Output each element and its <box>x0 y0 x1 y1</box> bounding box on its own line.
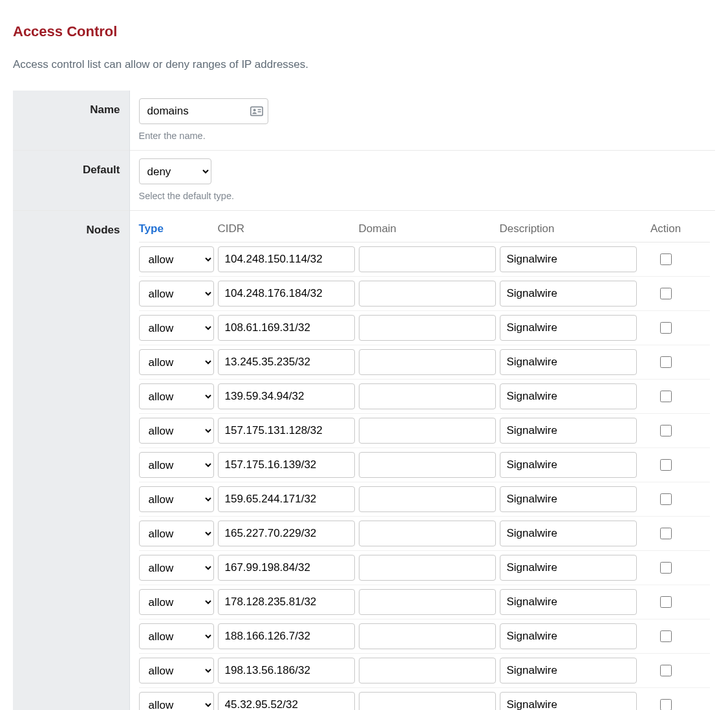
node-description-input[interactable] <box>500 383 637 409</box>
node-cidr-input[interactable] <box>218 418 355 444</box>
node-cidr-input[interactable] <box>218 658 355 683</box>
node-description-input[interactable] <box>500 555 637 581</box>
node-action-checkbox[interactable] <box>660 665 672 676</box>
node-domain-input[interactable] <box>359 452 496 478</box>
nodes-body: allowdenyallowdenyallowdenyallowdenyallo… <box>139 242 711 710</box>
node-type-select[interactable]: allowdeny <box>139 281 214 307</box>
node-cidr-input[interactable] <box>218 281 355 307</box>
node-action-checkbox[interactable] <box>660 425 672 436</box>
node-domain-input[interactable] <box>359 246 496 272</box>
node-cidr-input[interactable] <box>218 246 355 272</box>
node-cidr-input[interactable] <box>218 452 355 478</box>
node-domain-input[interactable] <box>359 486 496 512</box>
column-header-type[interactable]: Type <box>139 222 214 235</box>
form-table: Name Enter the name. Default denyal <box>13 91 715 710</box>
column-header-domain: Domain <box>359 222 496 235</box>
node-domain-input[interactable] <box>359 589 496 615</box>
nodes-label: Nodes <box>13 211 129 711</box>
name-helper-text: Enter the name. <box>139 131 711 141</box>
node-description-input[interactable] <box>500 315 637 341</box>
node-type-select[interactable]: allowdeny <box>139 589 214 615</box>
node-action-checkbox[interactable] <box>660 528 672 539</box>
node-type-select[interactable]: allowdeny <box>139 658 214 683</box>
node-description-input[interactable] <box>500 623 637 649</box>
node-domain-input[interactable] <box>359 658 496 683</box>
node-domain-input[interactable] <box>359 555 496 581</box>
node-type-select[interactable]: allowdeny <box>139 349 214 375</box>
node-cidr-input[interactable] <box>218 623 355 649</box>
node-cidr-input[interactable] <box>218 589 355 615</box>
node-action-checkbox[interactable] <box>660 459 672 471</box>
node-description-input[interactable] <box>500 281 637 307</box>
node-action-checkbox[interactable] <box>660 699 672 711</box>
node-action-checkbox[interactable] <box>660 322 672 334</box>
node-type-select[interactable]: allowdeny <box>139 521 214 546</box>
column-header-description: Description <box>500 222 637 235</box>
node-description-input[interactable] <box>500 692 637 710</box>
node-domain-input[interactable] <box>359 692 496 710</box>
node-description-input[interactable] <box>500 349 637 375</box>
node-description-input[interactable] <box>500 246 637 272</box>
nodes-row: allowdeny <box>139 619 711 654</box>
name-input[interactable] <box>139 98 268 124</box>
node-description-input[interactable] <box>500 521 637 546</box>
default-label: Default <box>13 151 129 211</box>
node-type-select[interactable]: allowdeny <box>139 418 214 444</box>
node-domain-input[interactable] <box>359 383 496 409</box>
nodes-row: allowdeny <box>139 551 711 585</box>
nodes-row: allowdeny <box>139 688 711 710</box>
svg-point-1 <box>253 109 255 111</box>
node-action-checkbox[interactable] <box>660 596 672 608</box>
node-domain-input[interactable] <box>359 623 496 649</box>
node-action-checkbox[interactable] <box>660 493 672 505</box>
nodes-row: allowdeny <box>139 242 711 277</box>
node-action-checkbox[interactable] <box>660 253 672 265</box>
node-cidr-input[interactable] <box>218 349 355 375</box>
page-subtitle: Access control list can allow or deny ra… <box>13 58 715 71</box>
node-domain-input[interactable] <box>359 281 496 307</box>
node-domain-input[interactable] <box>359 315 496 341</box>
address-card-icon <box>250 106 263 116</box>
node-action-checkbox[interactable] <box>660 562 672 574</box>
nodes-row: allowdeny <box>139 414 711 448</box>
node-description-input[interactable] <box>500 486 637 512</box>
node-type-select[interactable]: allowdeny <box>139 383 214 409</box>
node-description-input[interactable] <box>500 418 637 444</box>
node-cidr-input[interactable] <box>218 486 355 512</box>
nodes-row: allowdeny <box>139 482 711 517</box>
page-title: Access Control <box>13 23 715 40</box>
node-action-checkbox[interactable] <box>660 356 672 368</box>
nodes-row: allowdeny <box>139 448 711 482</box>
nodes-row: allowdeny <box>139 585 711 619</box>
node-description-input[interactable] <box>500 452 637 478</box>
node-cidr-input[interactable] <box>218 521 355 546</box>
nodes-header-row: Type CIDR Domain Description Action <box>139 219 711 242</box>
node-description-input[interactable] <box>500 589 637 615</box>
node-cidr-input[interactable] <box>218 555 355 581</box>
node-domain-input[interactable] <box>359 349 496 375</box>
node-type-select[interactable]: allowdeny <box>139 486 214 512</box>
node-type-select[interactable]: allowdeny <box>139 555 214 581</box>
nodes-row: allowdeny <box>139 380 711 414</box>
node-cidr-input[interactable] <box>218 383 355 409</box>
nodes-row: allowdeny <box>139 345 711 380</box>
node-action-checkbox[interactable] <box>660 288 672 299</box>
node-type-select[interactable]: allowdeny <box>139 692 214 710</box>
name-label: Name <box>13 91 129 151</box>
node-description-input[interactable] <box>500 658 637 683</box>
nodes-row: allowdeny <box>139 311 711 345</box>
node-cidr-input[interactable] <box>218 315 355 341</box>
node-action-checkbox[interactable] <box>660 630 672 642</box>
node-cidr-input[interactable] <box>218 692 355 710</box>
node-type-select[interactable]: allowdeny <box>139 246 214 272</box>
node-action-checkbox[interactable] <box>660 391 672 402</box>
column-header-cidr: CIDR <box>218 222 355 235</box>
nodes-row: allowdeny <box>139 654 711 688</box>
node-domain-input[interactable] <box>359 521 496 546</box>
column-header-action: Action <box>641 222 691 235</box>
node-type-select[interactable]: allowdeny <box>139 315 214 341</box>
node-domain-input[interactable] <box>359 418 496 444</box>
default-select[interactable]: denyallow <box>139 158 211 184</box>
node-type-select[interactable]: allowdeny <box>139 623 214 649</box>
node-type-select[interactable]: allowdeny <box>139 452 214 478</box>
